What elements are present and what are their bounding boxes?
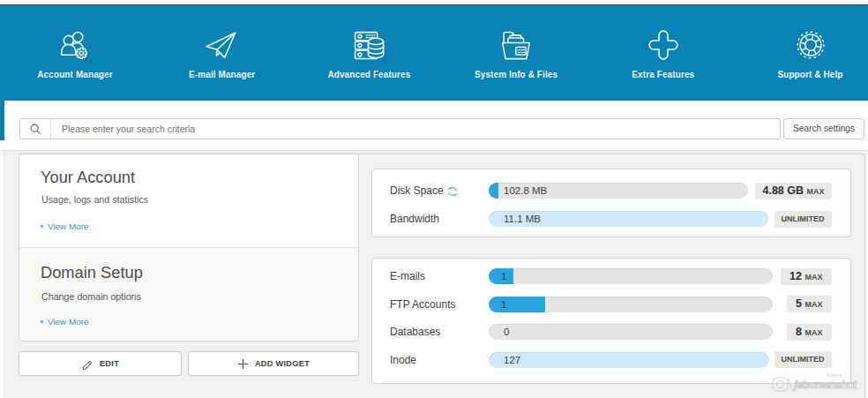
svg-text:jetscreenshot: jetscreenshot <box>792 378 857 391</box>
